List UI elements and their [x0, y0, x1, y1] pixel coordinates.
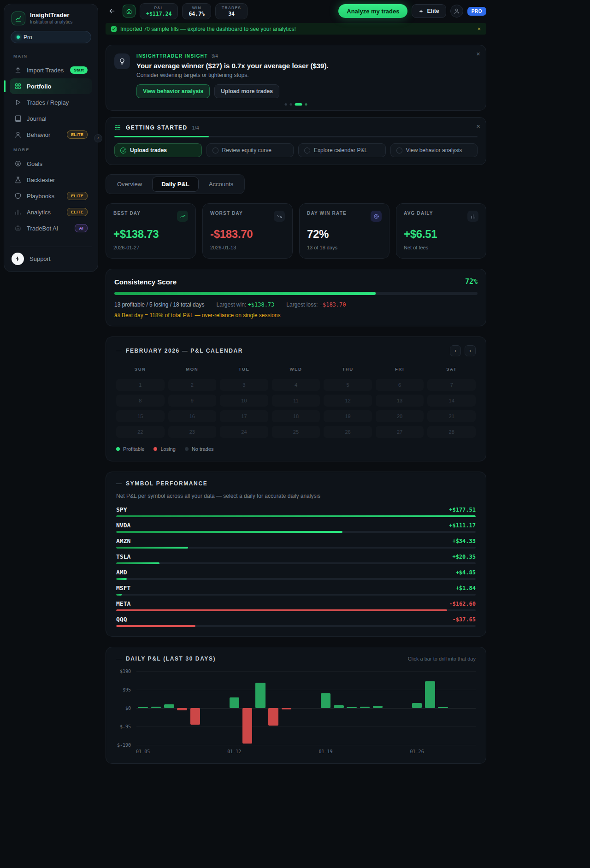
calendar-day-9[interactable]: 9	[168, 395, 217, 407]
calendar-day-3[interactable]: 3	[220, 379, 268, 391]
sidebar-item-import-trades[interactable]: Import TradesStart	[10, 62, 92, 78]
sidebar-item-backtester[interactable]: Backtester	[10, 172, 92, 188]
calendar-day-20[interactable]: 20	[376, 410, 424, 422]
step-review-equity-curve[interactable]: Review equity curve	[206, 143, 294, 157]
back-button[interactable]	[106, 5, 118, 18]
largest-win-label: Largest win:	[216, 301, 246, 308]
sidebar-item-tradebot-ai[interactable]: TradeBot AIAI	[10, 220, 92, 236]
daily-bar-01-26[interactable]	[412, 703, 422, 708]
calendar-day-4[interactable]: 4	[272, 379, 320, 391]
calendar-day-17[interactable]: 17	[220, 410, 268, 422]
carousel-dot[interactable]	[305, 103, 307, 106]
calendar-day-7[interactable]: 7	[427, 379, 476, 391]
calendar-day-2[interactable]: 2	[168, 379, 217, 391]
topbar-stat-win[interactable]: WIN64.7%	[182, 3, 211, 19]
analyze-my-trades-button[interactable]: Analyze my trades	[338, 4, 407, 18]
tab-daily-p-l[interactable]: Daily P&L	[152, 177, 199, 192]
carousel-dot[interactable]	[290, 103, 292, 106]
calendar-day-26[interactable]: 26	[324, 426, 372, 438]
profile-button[interactable]	[450, 5, 463, 18]
daily-bar-01-09[interactable]	[190, 708, 201, 725]
calendar-day-24[interactable]: 24	[220, 426, 268, 438]
calendar-prev-icon[interactable]: ‹	[450, 345, 461, 356]
calendar-day-11[interactable]: 11	[272, 395, 320, 407]
daily-bar-01-15[interactable]	[268, 708, 278, 726]
calendar-day-8[interactable]: 8	[116, 395, 165, 407]
calendar-day-6[interactable]: 6	[376, 379, 424, 391]
sidebar-item-portfolio[interactable]: Portfolio	[10, 78, 92, 94]
symbol-row-amd[interactable]: AMD+$4.85	[116, 569, 476, 580]
sidebar-item-playbooks[interactable]: PlaybooksELITE	[10, 188, 92, 204]
calendar-day-19[interactable]: 19	[324, 410, 372, 422]
symbol-rows: SPY+$177.51NVDA+$111.17AMZN+$34.33TSLA+$…	[116, 506, 476, 627]
view-behavior-analysis-button[interactable]: View behavior analysis	[136, 84, 210, 98]
symbol-row-amzn[interactable]: AMZN+$34.33	[116, 537, 476, 549]
symbol-row-spy[interactable]: SPY+$177.51	[116, 506, 476, 517]
calendar-day-10[interactable]: 10	[220, 395, 268, 407]
daily-bar-01-22[interactable]	[360, 707, 370, 708]
insight-close-icon[interactable]: ×	[476, 50, 480, 58]
daily-bar-01-27[interactable]	[425, 681, 435, 708]
daily-bar-01-08[interactable]	[177, 708, 187, 710]
banner-close-icon[interactable]: ×	[477, 25, 481, 32]
calendar-day-12[interactable]: 12	[324, 395, 372, 407]
step-view-behavior-analysis[interactable]: View behavior analysis	[390, 143, 478, 157]
daily-bar-01-06[interactable]	[151, 707, 161, 708]
calendar-next-icon[interactable]: ›	[465, 345, 476, 356]
calendar-day-5[interactable]: 5	[324, 379, 372, 391]
symbol-row-qqq[interactable]: QQQ-$37.65	[116, 616, 476, 627]
elite-button[interactable]: Elite	[412, 4, 446, 18]
dash-decoration: —	[116, 348, 122, 354]
sidebar-item-analytics[interactable]: AnalyticsELITE	[10, 204, 92, 220]
daily-bar-01-14[interactable]	[255, 683, 266, 708]
daily-bar-01-28[interactable]	[438, 707, 448, 708]
symbol-row-nvda[interactable]: NVDA+$111.17	[116, 522, 476, 533]
calendar-day-21[interactable]: 21	[427, 410, 476, 422]
daily-bar-01-13[interactable]	[242, 708, 253, 744]
daily-bar-01-05[interactable]	[138, 707, 148, 708]
daily-bar-01-23[interactable]	[373, 706, 383, 708]
calendar-day-1[interactable]: 1	[116, 379, 165, 391]
daily-bar-01-20[interactable]	[334, 705, 344, 708]
home-button[interactable]	[123, 5, 136, 18]
daily-bar-01-07[interactable]	[164, 704, 174, 708]
sidebar-item-trades-replay[interactable]: Trades / Replay	[10, 94, 92, 110]
plan-pill[interactable]: Pro	[11, 31, 91, 43]
sidebar-item-goals[interactable]: Goals	[10, 156, 92, 171]
upload-more-trades-button[interactable]: Upload more trades	[214, 84, 279, 98]
calendar-day-14[interactable]: 14	[427, 395, 476, 407]
symbol-row-tsla[interactable]: TSLA+$20.35	[116, 553, 476, 564]
calendar-day-27[interactable]: 27	[376, 426, 424, 438]
calendar-day-25[interactable]: 25	[272, 426, 320, 438]
calendar-day-23[interactable]: 23	[168, 426, 217, 438]
daily-bar-01-12[interactable]	[230, 697, 240, 708]
plan-pill-label: Pro	[24, 34, 32, 41]
main-content: P&L+$117.24WIN64.7%TRADES34 Analyze my t…	[106, 4, 486, 764]
support-row[interactable]: Support	[10, 247, 92, 266]
step-upload-trades[interactable]: Upload trades	[114, 143, 202, 157]
calendar-day-18[interactable]: 18	[272, 410, 320, 422]
sidebar-collapse-button[interactable]: ‹	[94, 134, 102, 142]
calendar-day-15[interactable]: 15	[116, 410, 165, 422]
calendar-day-16[interactable]: 16	[168, 410, 217, 422]
symbol-row-meta[interactable]: META-$162.60	[116, 600, 476, 611]
step-explore-calendar-p-l[interactable]: Explore calendar P&L	[298, 143, 386, 157]
daily-bar-01-19[interactable]	[321, 693, 331, 708]
getting-started-close-icon[interactable]: ×	[476, 122, 480, 130]
tab-overview[interactable]: Overview	[108, 177, 151, 192]
topbar-stat-p-l[interactable]: P&L+$117.24	[140, 3, 178, 19]
daily-bar-01-21[interactable]	[347, 707, 357, 708]
sidebar-item-behavior[interactable]: BehaviorELITE	[10, 127, 92, 142]
symbol-row-msft[interactable]: MSFT+$1.84	[116, 585, 476, 596]
carousel-dot[interactable]	[295, 103, 302, 106]
tab-accounts[interactable]: Accounts	[200, 177, 242, 192]
flask-icon	[14, 176, 22, 183]
calendar-day-22[interactable]: 22	[116, 426, 165, 438]
sidebar-item-journal[interactable]: Journal	[10, 111, 92, 126]
topbar-stat-trades[interactable]: TRADES34	[215, 3, 248, 19]
calendar-day-28[interactable]: 28	[427, 426, 476, 438]
carousel-dot[interactable]	[285, 103, 287, 106]
calendar-day-13[interactable]: 13	[376, 395, 424, 407]
zero-line	[136, 708, 476, 709]
daily-bar-01-16[interactable]	[282, 708, 292, 709]
